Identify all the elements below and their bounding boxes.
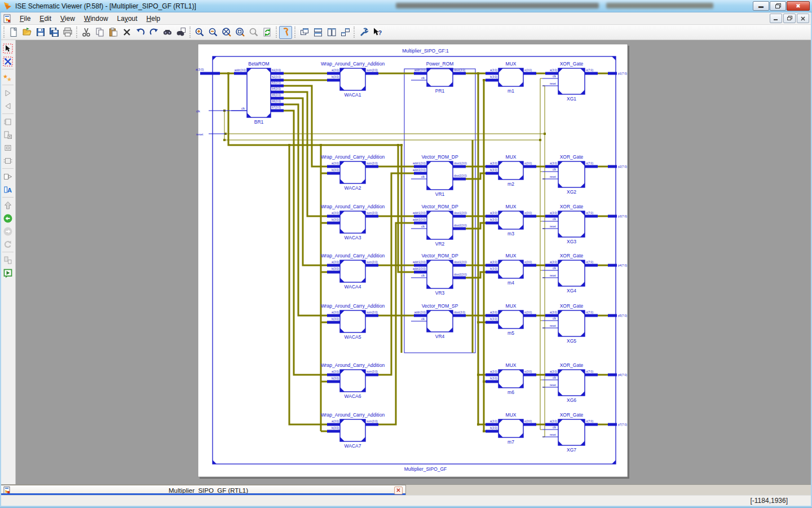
redo-button[interactable] <box>147 26 160 39</box>
port-p3(7:0)[interactable] <box>608 215 617 218</box>
refresh-view-button[interactable] <box>261 26 273 39</box>
schematic-drawing[interactable]: Multiplier_SIPO_GF:1Multiplier_SIPO_GFBe… <box>16 40 812 484</box>
pin-m4-b(3:0)[interactable] <box>486 271 498 274</box>
select-mode-button[interactable] <box>279 26 292 39</box>
new-document-button[interactable] <box>7 26 20 39</box>
pin-VR4-addr(3:0)[interactable] <box>414 314 427 317</box>
pin-WACA4-sum(3:0)[interactable] <box>365 264 378 267</box>
favorites-tool-button[interactable]: ★★ <box>1 71 15 84</box>
menu-item-view[interactable]: View <box>56 14 80 24</box>
pin-m7-o(3:0)[interactable] <box>523 423 536 426</box>
view-blocks-tool-button[interactable] <box>1 253 15 266</box>
pin-m1-a(3:0)[interactable] <box>486 72 498 75</box>
pin-WACA7-sum(3:0)[interactable] <box>365 423 378 426</box>
zoom-full-view-button[interactable] <box>220 26 233 39</box>
pin-XG3-o(7:0)[interactable] <box>585 215 598 218</box>
pin-PR1-dout(3:0)[interactable] <box>453 72 466 75</box>
menu-item-layout[interactable]: Layout <box>113 14 142 24</box>
pin-WACA1-sum(3:0)[interactable] <box>365 72 378 75</box>
tile-horizontal-button[interactable] <box>311 26 324 39</box>
pin-m2-o(3:0)[interactable] <box>523 165 536 168</box>
pin-WACA6-a(3:0)[interactable] <box>327 374 340 376</box>
pin-m4-o(3:0)[interactable] <box>523 264 536 267</box>
menu-item-file[interactable]: File <box>15 14 35 24</box>
pin-VR1-addr1(3:0)[interactable] <box>414 165 427 168</box>
close-button[interactable]: ✖ <box>787 1 810 11</box>
pin-VR2-dout1(3:0)[interactable] <box>453 215 466 218</box>
pin-BR1-addr(3:0)[interactable] <box>234 72 247 75</box>
pin-XG7-a(3:0)[interactable] <box>545 423 558 426</box>
pin-m6-o(3:0)[interactable] <box>523 374 536 376</box>
port-p2(7:0)[interactable] <box>608 165 617 168</box>
play-right-tool-button[interactable] <box>1 86 15 99</box>
pin-WACA2-a(3:0)[interactable] <box>327 165 340 168</box>
print-button[interactable] <box>61 26 74 39</box>
pin-m5-a(3:0)[interactable] <box>486 314 498 317</box>
pin-WACA3-sum(3:0)[interactable] <box>365 215 378 218</box>
pin-XG1-a(3:0)[interactable] <box>545 72 558 75</box>
run-check-tool-button[interactable] <box>1 266 15 279</box>
pin-VR2-addr1(3:0)[interactable] <box>414 215 427 218</box>
pin-VR2-addr2(3:0)[interactable] <box>414 222 427 225</box>
paste-button[interactable] <box>107 26 120 39</box>
pin-m6-a(3:0)[interactable] <box>486 374 498 376</box>
pin-VR3-addr1(3:0)[interactable] <box>414 264 427 267</box>
pin-WACA1-a(3:0)[interactable] <box>327 72 340 75</box>
preferences-wrench-button[interactable] <box>357 26 370 39</box>
cut-button[interactable] <box>80 26 92 39</box>
pin-m3-b(3:0)[interactable] <box>486 222 498 225</box>
pin-BR1-b1(3:0)[interactable] <box>271 72 284 75</box>
pin-m4-a(3:0)[interactable] <box>486 264 498 267</box>
nav-back-tool-button[interactable] <box>1 212 15 225</box>
pin-WACA2-b(3:0)[interactable] <box>327 172 340 175</box>
zoom-in-button[interactable] <box>193 26 206 39</box>
push-up-tool-button[interactable] <box>1 199 15 212</box>
arrange-windows-button[interactable] <box>338 26 351 39</box>
pin-VR3-addr2(3:0)[interactable] <box>414 271 427 274</box>
pin-VR3-dout2(3:0)[interactable] <box>453 277 466 279</box>
nav-refresh-tool-button[interactable] <box>1 238 15 251</box>
child-restore-button[interactable] <box>783 14 796 23</box>
pin-VR1-dout2(3:0)[interactable] <box>453 178 466 181</box>
instance-pins-tool-button[interactable] <box>1 154 15 167</box>
context-help-button[interactable]: ? <box>370 26 383 39</box>
cascade-windows-button[interactable] <box>298 26 311 39</box>
pin-m1-o(3:0)[interactable] <box>523 72 536 75</box>
pin-WACA7-b(3:0)[interactable] <box>327 430 340 433</box>
minimize-button[interactable]: ▬ <box>753 1 769 11</box>
pin-XG2-o(7:0)[interactable] <box>585 165 598 168</box>
pin-XG5-a(3:0)[interactable] <box>545 314 558 317</box>
tab-close-button[interactable]: ✕ <box>394 487 403 494</box>
pin-WACA2-sum(3:0)[interactable] <box>365 165 378 168</box>
pin-VR1-addr2(3:0)[interactable] <box>414 172 427 175</box>
pin-WACA5-a(3:0)[interactable] <box>327 314 340 317</box>
pointer-select-tool-button[interactable] <box>1 42 15 55</box>
delete-button[interactable] <box>120 26 133 39</box>
crossprobe-tool-button[interactable] <box>1 55 15 68</box>
pin-XG1-o(7:0)[interactable] <box>585 72 598 75</box>
copy-button[interactable] <box>93 26 106 39</box>
pin-BR1-b7(3:0)[interactable] <box>271 110 284 112</box>
open-project-button[interactable] <box>20 26 33 39</box>
pin-m1-b(3:0)[interactable] <box>486 79 498 82</box>
pin-m3-o(3:0)[interactable] <box>523 215 536 218</box>
pin-WACA1-b(3:0)[interactable] <box>327 79 340 82</box>
pin-WACA4-a(3:0)[interactable] <box>327 264 340 267</box>
find-button[interactable] <box>161 26 174 39</box>
menu-item-help[interactable]: Help <box>142 14 165 24</box>
pin-WACA4-b(3:0)[interactable] <box>327 271 340 274</box>
instance-x-tool-button[interactable] <box>1 128 15 141</box>
pin-WACA5-sum(3:0)[interactable] <box>365 314 378 317</box>
pin-VR2-dout2(3:0)[interactable] <box>453 227 466 230</box>
find-in-files-button[interactable] <box>174 26 187 39</box>
save-button[interactable] <box>34 26 47 39</box>
pin-m7-b(3:0)[interactable] <box>486 430 498 433</box>
pin-m7-a(3:0)[interactable] <box>486 423 498 426</box>
pin-m2-b(3:0)[interactable] <box>486 172 498 175</box>
play-left-tool-button[interactable] <box>1 99 15 112</box>
pin-XG3-a(3:0)[interactable] <box>545 215 558 218</box>
child-close-button[interactable] <box>797 14 809 23</box>
pin-WACA6-sum(3:0)[interactable] <box>365 374 378 376</box>
pin-m5-b(3:0)[interactable] <box>486 321 498 324</box>
pin-m2-a(3:0)[interactable] <box>486 165 498 168</box>
